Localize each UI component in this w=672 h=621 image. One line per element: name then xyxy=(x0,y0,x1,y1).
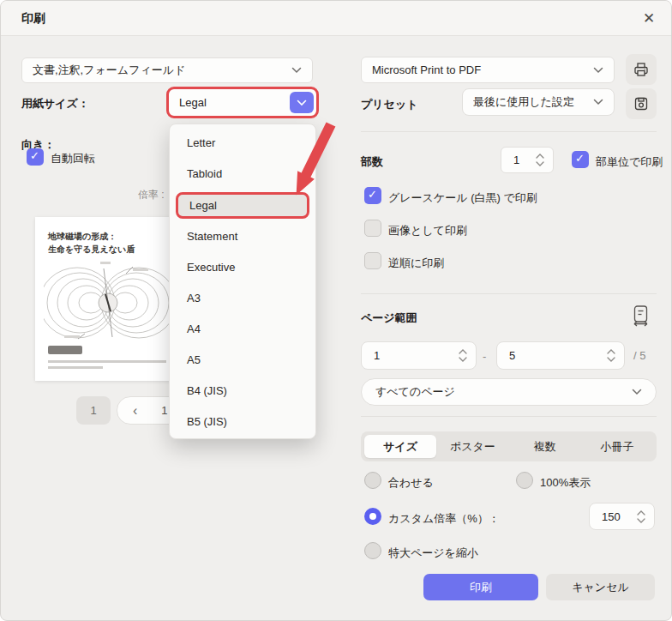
dropdown-item-b5-jis[interactable]: B5 (JIS) xyxy=(170,407,315,437)
range-from-value: 1 xyxy=(374,349,459,362)
chevron-down-icon[interactable] xyxy=(459,357,467,362)
actual-size-radio[interactable] xyxy=(516,472,533,489)
grayscale-checkbox[interactable] xyxy=(364,187,381,204)
reverse-order-checkbox[interactable] xyxy=(364,252,381,269)
collate-checkbox[interactable] xyxy=(572,151,589,168)
copies-value: 1 xyxy=(513,154,536,166)
shrink-oversized-radio[interactable] xyxy=(364,542,381,559)
dialog-title: 印刷 xyxy=(21,11,45,27)
magnetic-field-diagram xyxy=(44,262,172,343)
page-number-button[interactable]: 1 xyxy=(76,396,111,425)
chevron-down-icon xyxy=(632,389,642,395)
auto-rotate-checkbox[interactable] xyxy=(27,148,44,166)
chevron-up-icon[interactable] xyxy=(459,349,467,354)
preset-label: プリセット xyxy=(361,97,418,112)
reverse-order-label: 逆順に印刷 xyxy=(388,256,444,271)
annotation-arrow xyxy=(284,120,344,206)
dropdown-item-b4-jis[interactable]: B4 (JIS) xyxy=(170,376,315,407)
tab-booklet[interactable]: 小冊子 xyxy=(581,435,653,458)
preview-doc-title-line2: 生命を守る見えない盾 xyxy=(48,244,135,256)
pager-current-page: 1 xyxy=(161,404,167,417)
actual-size-label: 100%表示 xyxy=(540,475,591,491)
print-button[interactable]: 印刷 xyxy=(423,574,538,600)
print-preview-page: 地球磁場の形成： 生命を守る見えない盾 xyxy=(35,217,181,381)
divider xyxy=(361,416,657,417)
chevron-down-icon[interactable] xyxy=(607,357,615,362)
copies-label: 部数 xyxy=(361,154,383,170)
preset-value: 最後に使用した設定 xyxy=(473,94,593,110)
print-dialog: 印刷 ✕ 文書,注釈,フォームフィールド 用紙サイズ： Legal 向き： 自動… xyxy=(0,0,672,621)
save-icon xyxy=(633,95,650,112)
dropdown-item-a5[interactable]: A5 xyxy=(170,345,315,376)
page-range-label: ページ範囲 xyxy=(361,310,417,326)
paper-size-dropdown-button[interactable] xyxy=(290,92,314,113)
custom-scale-value: 150 xyxy=(602,510,637,523)
dropdown-item-statement[interactable]: Statement xyxy=(170,221,315,252)
chevron-down-icon xyxy=(291,67,302,74)
range-to-stepper[interactable]: 5 xyxy=(496,341,625,370)
custom-scale-stepper[interactable]: 150 xyxy=(589,503,655,530)
page-range-icon xyxy=(631,304,651,329)
cancel-button[interactable]: キャンセル xyxy=(546,574,655,600)
chevron-up-icon[interactable] xyxy=(536,154,544,159)
grayscale-label: グレースケール (白黒) で印刷 xyxy=(388,190,537,206)
dialog-titlebar: 印刷 ✕ xyxy=(1,1,672,36)
chevron-down-icon[interactable] xyxy=(536,161,544,166)
custom-scale-label: カスタム倍率（%）： xyxy=(388,511,500,527)
collate-label: 部単位で印刷 xyxy=(596,154,663,170)
chevron-down-icon xyxy=(593,67,603,74)
paper-size-combobox[interactable]: Legal xyxy=(166,87,319,118)
range-total: / 5 xyxy=(633,349,645,362)
preview-section-chip xyxy=(48,346,82,354)
range-to-value: 5 xyxy=(509,349,607,362)
scale-label: 倍率 : xyxy=(138,188,165,202)
range-dash: - xyxy=(483,350,486,363)
auto-rotate-label: 自動回転 xyxy=(51,151,95,166)
copies-stepper[interactable]: 1 xyxy=(501,147,554,173)
chevron-down-icon xyxy=(593,99,603,106)
chevron-left-icon[interactable]: ‹ xyxy=(133,403,137,419)
divider xyxy=(361,131,657,132)
preview-text-line xyxy=(48,360,166,363)
tab-poster[interactable]: ポスター xyxy=(436,435,508,458)
printer-icon xyxy=(633,61,650,78)
chevron-up-icon[interactable] xyxy=(637,510,645,515)
paper-size-label: 用紙サイズ： xyxy=(21,96,89,112)
tab-size[interactable]: サイズ xyxy=(364,435,436,458)
save-preset-button[interactable] xyxy=(626,88,657,119)
print-as-image-checkbox[interactable] xyxy=(364,220,381,237)
page-subset-value: すべてのページ xyxy=(375,384,632,400)
printer-value: Microsoft Print to PDF xyxy=(372,63,593,76)
paper-size-value: Legal xyxy=(179,96,290,109)
chevron-down-icon[interactable] xyxy=(637,518,645,523)
fit-label: 合わせる xyxy=(388,475,434,491)
range-from-stepper[interactable]: 1 xyxy=(361,341,477,370)
preset-select[interactable]: 最後に使用した設定 xyxy=(462,88,615,116)
close-icon[interactable]: ✕ xyxy=(637,8,661,30)
printer-properties-button[interactable] xyxy=(626,54,657,85)
print-content-select[interactable]: 文書,注釈,フォームフィールド xyxy=(21,57,313,83)
page-subset-button[interactable] xyxy=(627,303,655,330)
divider xyxy=(361,293,657,294)
print-as-image-label: 画像として印刷 xyxy=(388,223,467,238)
preview-doc-title-line1: 地球磁場の形成： xyxy=(48,231,117,243)
tab-multiple[interactable]: 複数 xyxy=(509,435,581,458)
print-content-value: 文書,注釈,フォームフィールド xyxy=(33,63,291,78)
chevron-up-icon[interactable] xyxy=(607,349,615,354)
scaling-tabs: サイズ ポスター 複数 小冊子 xyxy=(361,431,657,461)
page-subset-select[interactable]: すべてのページ xyxy=(361,378,657,406)
printer-select[interactable]: Microsoft Print to PDF xyxy=(361,57,615,83)
preview-text-line xyxy=(48,366,103,369)
custom-scale-radio[interactable] xyxy=(364,508,381,525)
chevron-down-icon xyxy=(297,99,307,106)
dropdown-item-a3[interactable]: A3 xyxy=(170,283,315,314)
shrink-oversized-label: 特大ページを縮小 xyxy=(388,546,478,561)
fit-radio[interactable] xyxy=(364,472,381,489)
dropdown-item-executive[interactable]: Executive xyxy=(170,252,315,283)
dropdown-item-a4[interactable]: A4 xyxy=(170,314,315,345)
